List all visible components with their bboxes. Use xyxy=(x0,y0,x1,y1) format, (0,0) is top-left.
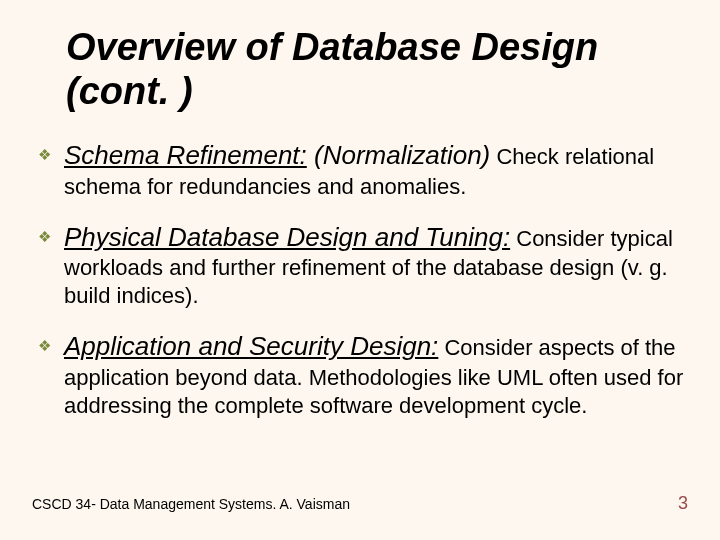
bullet-body-rest: application beyond data. Methodologies l… xyxy=(64,365,683,418)
bullet-lead: Physical Database Design and Tuning: xyxy=(64,222,510,252)
list-item: ❖ Physical Database Design and Tuning: C… xyxy=(32,221,688,311)
diamond-bullet-icon: ❖ xyxy=(38,338,51,351)
list-item: ❖ Schema Refinement: (Normalization) Che… xyxy=(32,139,688,200)
bullet-body-inline: Consider xyxy=(510,226,610,251)
slide-title: Overview of Database Design (cont. ) xyxy=(66,26,688,113)
footer: CSCD 34- Data Management Systems. A. Vai… xyxy=(32,493,688,514)
slide: Overview of Database Design (cont. ) ❖ S… xyxy=(0,0,720,540)
bullet-lead: Application and Security Design: xyxy=(64,331,438,361)
bullet-body-rest: schema for redundancies and anomalies. xyxy=(64,174,466,199)
bullet-body-inline: Consider aspects of the xyxy=(438,335,675,360)
list-item: ❖ Application and Security Design: Consi… xyxy=(32,330,688,420)
bullet-list: ❖ Schema Refinement: (Normalization) Che… xyxy=(32,139,688,420)
page-number: 3 xyxy=(678,493,688,514)
bullet-lead: Schema Refinement: xyxy=(64,140,307,170)
bullet-paren: (Normalization) xyxy=(307,140,491,170)
diamond-bullet-icon: ❖ xyxy=(38,147,51,160)
diamond-bullet-icon: ❖ xyxy=(38,229,51,242)
bullet-body-inline: Check relational xyxy=(490,144,654,169)
footer-text: CSCD 34- Data Management Systems. A. Vai… xyxy=(32,496,350,512)
